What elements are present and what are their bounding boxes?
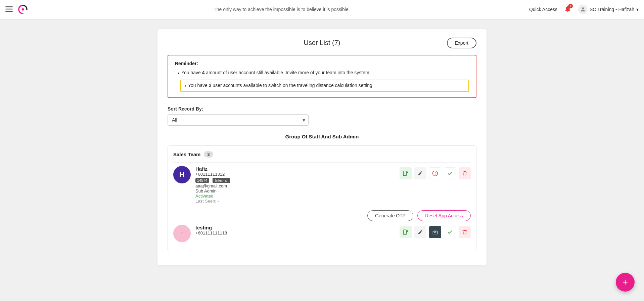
bell-badge: 1 [568, 4, 573, 8]
user-name-label: SC Training - Hafizah [590, 7, 634, 12]
edit-pencil-btn[interactable] [414, 167, 426, 179]
camera-btn-2[interactable] [429, 226, 441, 238]
user-id-badge: 14574 [195, 178, 209, 183]
svg-rect-0 [5, 6, 13, 7]
avatar: T [173, 225, 191, 242]
svg-rect-1 [5, 8, 13, 9]
page-title: User List (7) [304, 39, 340, 47]
edit-pencil-btn-2[interactable] [414, 226, 426, 238]
header-right-section: Quick Access 1 SC Training - Hafizah ▾ [529, 5, 639, 14]
bullet-2: • [184, 82, 186, 90]
main-content: User List (7) Export Reminder: • You hav… [0, 19, 644, 275]
reminder-box: Reminder: • You have 4 amount of user ac… [168, 55, 476, 98]
svg-point-4 [22, 8, 24, 11]
team-header: Sales Team 3 [173, 151, 471, 158]
user-menu[interactable]: SC Training - Hafizah ▾ [578, 5, 639, 14]
user-actions-hafiz [400, 167, 471, 179]
user-actions-testing [400, 226, 471, 238]
team-section-sales: Sales Team 3 H Hafiz +60111111312 14574 … [168, 145, 476, 251]
internal-badge: Internal [213, 178, 230, 183]
svg-point-10 [404, 173, 405, 174]
user-last-seen-hafiz: Last Seen: - [195, 199, 400, 204]
quick-access-link[interactable]: Quick Access [529, 7, 557, 12]
reminder-item-1: • You have 4 amount of user account stil… [178, 69, 469, 77]
user-status-hafiz: Activated [195, 194, 400, 199]
user-email-hafiz: aaa@gmail.com [195, 183, 400, 188]
svg-rect-6 [403, 171, 406, 176]
team-name: Sales Team [173, 152, 200, 157]
reset-app-access-button[interactable]: Reset App Access [417, 210, 471, 221]
user-info: Hafiz +60111111312 14574 Internal aaa@gm… [195, 166, 400, 204]
svg-point-5 [582, 7, 584, 9]
reminder-text-1: You have 4 amount of user account still … [181, 69, 371, 76]
reminder-item-2: • You have 2 user accounts available to … [180, 80, 469, 92]
check-btn[interactable] [444, 167, 456, 179]
svg-rect-2 [5, 11, 13, 12]
page-title-row: User List (7) Export [168, 39, 476, 47]
reminder-title: Reminder: [175, 61, 469, 66]
user-role-hafiz: Sub Admin [195, 188, 400, 194]
page-card: User List (7) Export Reminder: • You hav… [157, 29, 487, 265]
user-meta-row: 14574 Internal [195, 177, 400, 183]
user-avatar-icon [578, 5, 588, 14]
avatar: H [173, 166, 191, 183]
user-info-testing: testing +601111111118 [195, 225, 400, 235]
team-count-badge: 3 [204, 151, 213, 158]
svg-point-16 [404, 232, 405, 232]
generate-otp-button[interactable]: Generate OTP [367, 210, 413, 221]
app-header: The only way to achieve the impossible i… [0, 0, 644, 19]
user-phone-testing: +601111111118 [195, 230, 400, 235]
door-icon-btn-2[interactable] [400, 226, 412, 238]
user-bottom-actions-hafiz: Generate OTP Reset App Access [173, 210, 471, 221]
app-logo [17, 3, 29, 15]
bullet-1: • [178, 70, 179, 77]
check-btn-2[interactable] [444, 226, 456, 238]
table-row: T testing +601111111118 [173, 221, 471, 246]
notifications-bell[interactable]: 1 [564, 5, 571, 14]
sort-select[interactable]: All Active Inactive Admin Sub Admin [168, 114, 309, 126]
sort-select-wrapper: All Active Inactive Admin Sub Admin ▾ [168, 114, 309, 126]
sort-section: Sort Record By: All Active Inactive Admi… [168, 106, 476, 126]
delete-btn[interactable] [459, 167, 471, 179]
table-row: H Hafiz +60111111312 14574 Internal aaa@… [173, 162, 471, 207]
sort-label: Sort Record By: [168, 106, 476, 112]
reminder-text-2: You have 2 user accounts available to sw… [188, 82, 374, 89]
delete-btn-2[interactable] [459, 226, 471, 238]
door-icon-btn[interactable] [400, 167, 412, 179]
user-name-testing: testing [195, 225, 400, 230]
chevron-down-icon: ▾ [636, 7, 639, 12]
fab-add-button[interactable]: + [616, 273, 635, 292]
user-name-hafiz: Hafiz [195, 166, 400, 172]
export-button[interactable]: Export [447, 38, 476, 48]
hamburger-menu-icon[interactable] [5, 6, 13, 13]
info-btn[interactable] [429, 167, 441, 179]
header-tagline: The only way to achieve the impossible i… [34, 7, 529, 12]
user-phone-hafiz: +60111111312 [195, 172, 400, 177]
group-heading: Group Of Staff And Sub Admin [168, 134, 476, 139]
svg-rect-12 [403, 230, 406, 234]
